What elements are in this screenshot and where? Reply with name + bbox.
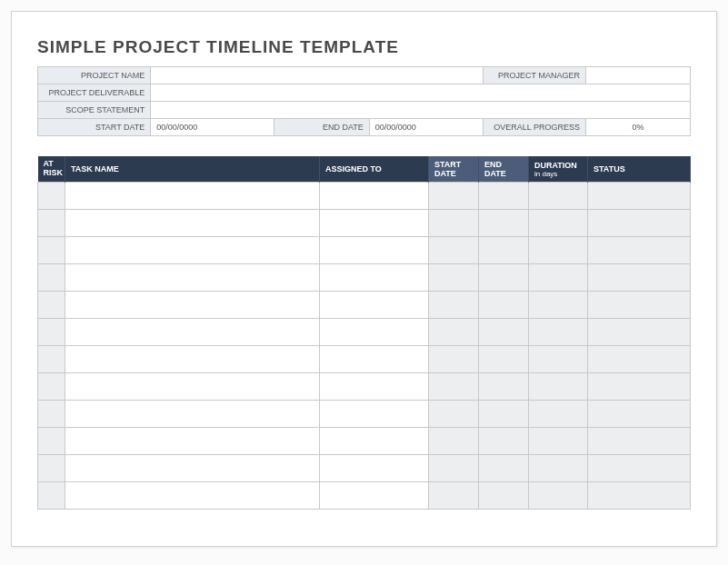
cell-task-name[interactable] [65,183,320,210]
cell-status[interactable] [588,455,691,482]
cell-start-date[interactable] [429,292,479,319]
cell-at-risk[interactable] [38,292,65,319]
cell-at-risk[interactable] [38,237,65,264]
cell-assigned-to[interactable] [320,292,429,319]
cell-duration[interactable] [529,346,588,373]
cell-end-date[interactable] [479,401,529,428]
header-status: STATUS [588,156,691,183]
cell-end-date[interactable] [479,428,529,455]
cell-end-date[interactable] [479,319,529,346]
cell-at-risk[interactable] [38,428,65,455]
cell-duration[interactable] [529,428,588,455]
cell-assigned-to[interactable] [320,401,429,428]
cell-end-date[interactable] [479,346,529,373]
table-row [38,346,691,373]
cell-task-name[interactable] [65,319,320,346]
cell-duration[interactable] [529,210,588,237]
cell-duration[interactable] [529,292,588,319]
cell-at-risk[interactable] [38,264,65,292]
cell-task-name[interactable] [65,373,320,401]
cell-task-name[interactable] [65,264,320,292]
cell-start-date[interactable] [429,482,479,510]
deliverable-value[interactable] [151,84,691,102]
cell-at-risk[interactable] [38,482,65,510]
start-date-value[interactable]: 00/00/0000 [151,119,274,136]
cell-end-date[interactable] [479,455,529,482]
cell-task-name[interactable] [65,482,320,510]
cell-start-date[interactable] [429,210,479,237]
cell-start-date[interactable] [429,373,479,401]
cell-task-name[interactable] [65,210,320,237]
cell-task-name[interactable] [65,292,320,319]
cell-end-date[interactable] [479,183,529,210]
cell-task-name[interactable] [65,237,320,264]
cell-status[interactable] [588,373,691,401]
cell-start-date[interactable] [429,455,479,482]
cell-status[interactable] [588,183,691,210]
cell-status[interactable] [588,346,691,373]
end-date-value[interactable]: 00/00/0000 [369,119,483,136]
cell-assigned-to[interactable] [320,346,429,373]
cell-assigned-to[interactable] [320,455,429,482]
cell-at-risk[interactable] [38,455,65,482]
project-manager-value[interactable] [585,67,690,84]
cell-assigned-to[interactable] [320,319,429,346]
cell-assigned-to[interactable] [320,482,429,510]
cell-duration[interactable] [529,319,588,346]
cell-at-risk[interactable] [38,183,65,210]
cell-start-date[interactable] [429,183,479,210]
start-date-label: START DATE [38,119,151,136]
cell-at-risk[interactable] [38,210,65,237]
end-date-label: END DATE [274,119,370,136]
cell-assigned-to[interactable] [320,373,429,401]
progress-label: OVERALL PROGRESS [484,119,586,136]
cell-start-date[interactable] [429,346,479,373]
header-start-date: START DATE [429,156,479,183]
cell-end-date[interactable] [479,373,529,401]
cell-end-date[interactable] [479,237,529,264]
cell-status[interactable] [588,292,691,319]
scope-value[interactable] [151,102,691,119]
cell-start-date[interactable] [429,401,479,428]
cell-status[interactable] [588,428,691,455]
cell-start-date[interactable] [429,428,479,455]
cell-assigned-to[interactable] [320,210,429,237]
cell-status[interactable] [588,482,691,510]
table-row [38,482,691,510]
cell-assigned-to[interactable] [320,237,429,264]
cell-start-date[interactable] [429,319,479,346]
cell-status[interactable] [588,237,691,264]
cell-status[interactable] [588,264,691,292]
cell-task-name[interactable] [65,428,320,455]
task-header-row: AT RISK TASK NAME ASSIGNED TO START DATE… [38,156,691,183]
cell-duration[interactable] [529,401,588,428]
cell-start-date[interactable] [429,237,479,264]
cell-duration[interactable] [529,264,588,292]
cell-end-date[interactable] [479,264,529,292]
cell-task-name[interactable] [65,455,320,482]
cell-duration[interactable] [529,482,588,510]
cell-at-risk[interactable] [38,346,65,373]
cell-duration[interactable] [529,183,588,210]
cell-assigned-to[interactable] [320,264,429,292]
header-end-date: END DATE [479,156,529,183]
cell-status[interactable] [588,210,691,237]
cell-duration[interactable] [529,237,588,264]
cell-status[interactable] [588,319,691,346]
cell-assigned-to[interactable] [320,183,429,210]
cell-end-date[interactable] [479,292,529,319]
cell-duration[interactable] [529,373,588,401]
cell-at-risk[interactable] [38,373,65,401]
cell-at-risk[interactable] [38,319,65,346]
cell-start-date[interactable] [429,264,479,292]
cell-status[interactable] [588,401,691,428]
project-name-value[interactable] [151,67,484,84]
cell-assigned-to[interactable] [320,428,429,455]
cell-end-date[interactable] [479,210,529,237]
cell-at-risk[interactable] [38,401,65,428]
cell-task-name[interactable] [65,401,320,428]
cell-task-name[interactable] [65,346,320,373]
cell-end-date[interactable] [479,482,529,510]
deliverable-label: PROJECT DELIVERABLE [38,84,151,102]
cell-duration[interactable] [529,455,588,482]
